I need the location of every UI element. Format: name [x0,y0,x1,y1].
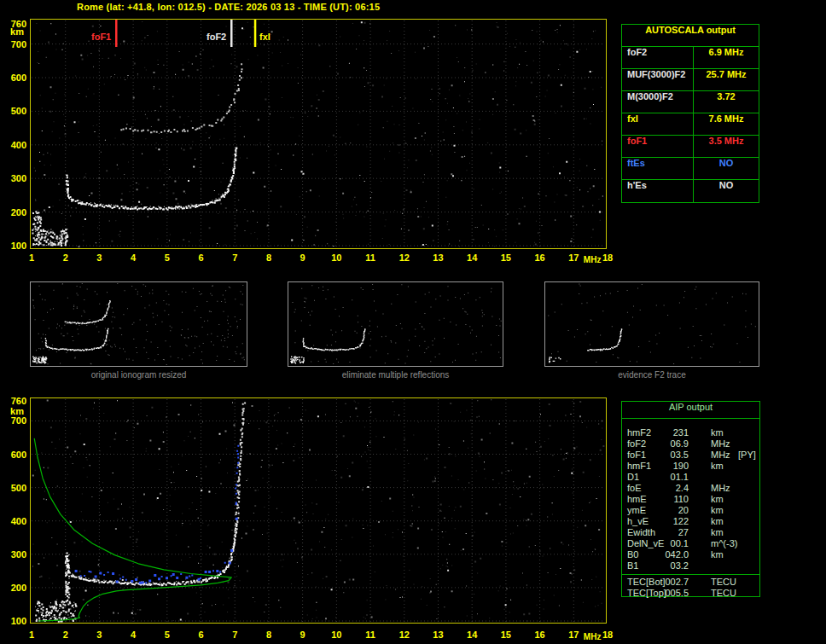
aip-row-TEC[Top]: TEC[Top]005.5TECU [622,588,759,599]
y-tick-label: 100 [11,241,26,251]
y-tick-label: 100 [11,616,26,626]
aip-value: 190 [661,461,689,472]
x-tick-label: 7 [232,252,237,263]
x-tick-label: 8 [266,252,271,263]
thumbnail-border [288,282,503,367]
aip-name: B1 [627,560,661,571]
x-tick-label: 3 [96,629,102,640]
aip-extra [738,472,759,483]
aip-extra [738,483,759,494]
autoscala-param-value: 25.7 MHz [694,69,759,90]
aip-extra [738,549,759,560]
x-tick-label: 14 [467,252,478,263]
aip-name: TEC[Bot] [627,577,661,588]
x-tick-label: 16 [534,629,544,640]
autoscala-row-fxI: fxI7.6 MHz [622,113,759,136]
autoscala-row-M(3000)F2: M(3000)F23.72 [622,91,759,113]
autoscala-param-label: h'Es [622,180,694,202]
aip-row-hmF1: hmF1190km [622,461,759,472]
x-tick-label: 10 [331,629,341,640]
x-tick-label: 17 [568,629,579,640]
aip-tec-rows: TEC[Bot]002.7TECUTEC[Top]005.5TECU [622,577,759,599]
aip-unit: MHz [711,450,735,461]
y-tick-label: 700 [11,415,26,426]
aip-unit: TECU [711,577,735,588]
aip-row-foE: foE2.4MHz [622,483,759,494]
y-tick-label: 500 [11,106,26,116]
aip-row-hmF2: hmF2231km [622,427,759,438]
autoscala-row-MUF(3000)F2: MUF(3000)F225.7 MHz [622,69,759,91]
aip-value: 01.1 [661,472,689,483]
aip-row-h_vE: h_vE122km [622,516,759,527]
autoscala-param-label: fxI [622,113,694,135]
x-tick-label: 11 [365,252,375,263]
x-tick-label: 16 [534,252,544,263]
aip-value: 00.1 [661,538,689,549]
thumbnail-caption-evidence: evidence F2 trace [544,370,759,380]
y-axis-unit-label: km [10,406,24,416]
aip-name: D1 [627,472,661,483]
aip-value: 122 [661,516,689,527]
aip-extra [738,538,759,549]
autoscala-param-label: foF1 [622,136,694,157]
aip-name: foE [627,483,661,494]
y-tick-label: 200 [11,583,26,593]
aip-value: 002.7 [661,577,689,588]
aip-value: 2.4 [661,483,689,494]
f2-second-hop-trace [120,63,242,133]
aip-name: Ewidth [627,527,661,538]
aip-unit [711,472,735,483]
x-tick-label: 11 [365,629,375,640]
noise-speckle-mid [35,23,602,247]
thumbnail-trace [290,328,365,363]
aip-unit: km [711,516,735,527]
e-region-echoes [32,211,68,247]
y-axis-unit-label: km [10,26,24,37]
fof1-marker-label: foF1 [91,32,111,42]
autoscala-table-title: AUTOSCALA output [622,25,759,47]
autoscala-param-value: NO [694,158,759,179]
autoscala-row-foF2: foF26.9 MHz [622,47,759,69]
autoscala-param-label: MUF(3000)F2 [622,69,694,90]
aip-unit [711,560,735,571]
aip-extra [738,560,759,571]
autoscala-param-label: foF2 [622,47,694,68]
autoscala-param-label: ftEs [622,158,694,179]
aip-name: ymE [627,505,661,516]
top-ionogram-plot: 760700600500400300200100km12345678910111… [10,19,613,264]
x-tick-label: 10 [331,252,341,263]
aip-value: 110 [661,494,689,505]
e-region-echoes [35,554,77,623]
x-tick-label: 14 [467,629,478,640]
grid-lines [32,399,605,622]
aip-extra [738,461,759,472]
x-tick-label: 3 [96,252,102,263]
y-tick-label: 200 [11,207,26,218]
x-tick-label: 4 [131,252,137,263]
aip-row-foF2: foF206.9MHz [622,438,759,450]
x-tick-label: 12 [399,629,410,640]
x-tick-label: 5 [165,629,170,640]
aip-unit: m^(-3) [711,538,735,549]
thumbnail-noise [293,284,502,364]
aip-extra [738,494,759,505]
aip-extra [738,438,759,450]
aip-row-foF1: foF103.5MHz[PY] [622,450,759,461]
x-tick-label: 1 [29,629,34,640]
autoscala-param-value: 7.6 MHz [694,113,759,135]
aip-name: foF1 [627,450,661,461]
aip-name: hmF2 [627,427,661,438]
x-tick-label: 4 [131,629,137,640]
x-axis-unit-label: MHz [584,632,602,641]
aip-extra [738,505,759,516]
x-tick-label: 18 [602,629,613,640]
x-tick-label: 9 [300,252,305,263]
thumbnail-caption-eliminate: eliminate multiple reflections [288,370,503,380]
aip-value: 231 [661,427,689,438]
aip-name: B0 [627,549,661,560]
aip-extra [738,588,759,599]
noise-speckle-dim [33,401,605,622]
aip-unit: km [711,505,735,516]
aip-extra [738,427,759,438]
y-tick-label: 500 [11,483,26,493]
